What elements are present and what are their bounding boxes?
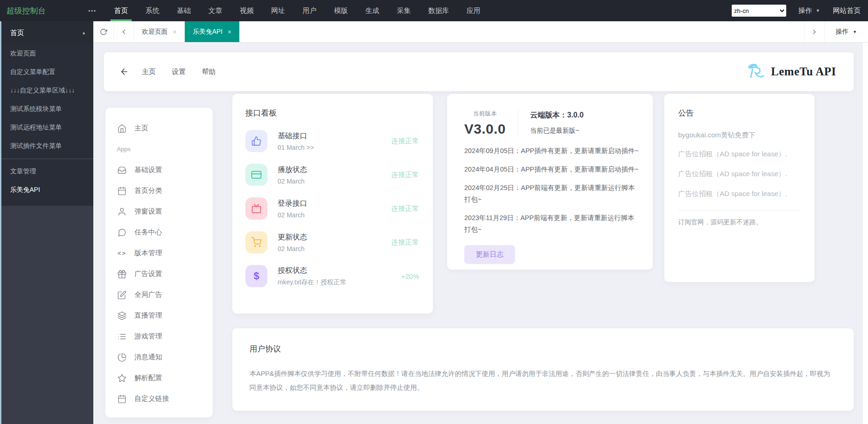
changelog-button[interactable]: 更新日志 xyxy=(464,245,515,264)
sidebar-item-lemetu-api[interactable]: 乐美兔API xyxy=(0,181,93,199)
dashboard-row-basic-api[interactable]: 基础接口 01 March >> 连接正常 xyxy=(245,130,419,152)
inner-menu-item-version-management[interactable]: <> 版本管理 xyxy=(105,243,212,264)
star-icon xyxy=(117,374,127,383)
tabs-scroll-left-button[interactable] xyxy=(114,21,134,42)
gift-icon xyxy=(117,270,127,279)
close-icon[interactable]: × xyxy=(173,28,176,36)
dashboard-row-login-api[interactable]: 登录接口 02 March 连接正常 xyxy=(245,197,419,220)
dashboard-row-title: 基础接口 xyxy=(278,131,314,141)
sidebar-item-custom-menu-area[interactable]: ↓↓↓自定义菜单区域↓↓↓ xyxy=(0,81,93,100)
chevron-left-icon xyxy=(120,28,127,36)
sidebar-divider xyxy=(0,159,93,159)
tab-welcome-page[interactable]: 欢迎页面 × xyxy=(134,21,185,42)
calendar-icon xyxy=(117,186,127,196)
close-icon[interactable]: × xyxy=(228,28,231,36)
nav-action-dropdown[interactable]: 操作 ▼ xyxy=(798,6,820,15)
more-icon[interactable]: ••• xyxy=(79,8,105,13)
inner-menu-label: 弹窗设置 xyxy=(134,207,162,216)
dashboard-row-update-status[interactable]: 更新状态 02 March 连接正常 xyxy=(245,231,419,253)
header-link-home[interactable]: 主页 xyxy=(142,68,156,76)
tab-lemetu-api[interactable]: 乐美兔API × xyxy=(185,21,240,42)
tab-bar: 欢迎页面 × 乐美兔API × 操作 ▼ xyxy=(93,21,868,43)
nav-item-user[interactable]: 用户 xyxy=(294,0,325,21)
sidebar-group-article[interactable]: 文章管理 xyxy=(0,162,93,181)
sidebar-item-welcome[interactable]: 欢迎页面 xyxy=(0,44,93,63)
inner-menu-label: 游戏管理 xyxy=(134,332,162,341)
calendar-icon xyxy=(117,394,127,404)
content-area: 主页 设置 帮助 LemeTu API 主页 Apps xyxy=(93,43,863,424)
page-scrollbar[interactable] xyxy=(863,43,868,424)
tab-bar-right: 操作 ▼ xyxy=(804,21,868,42)
current-version-label: 当前版本 xyxy=(464,110,506,118)
sidebar-scrollbar[interactable] xyxy=(0,21,1,424)
nav-item-home[interactable]: 首页 xyxy=(105,0,137,21)
nav-item-app[interactable]: 应用 xyxy=(458,0,489,21)
edit-icon xyxy=(117,290,127,300)
dashboard-row-play-status[interactable]: 播放状态 02 March 连接正常 xyxy=(245,164,419,186)
cloud-version-note: 当前已是最新版~ xyxy=(530,127,584,135)
nav-item-database[interactable]: 数据库 xyxy=(419,0,458,21)
dashboard-row-title: 播放状态 xyxy=(278,165,307,175)
main-nav: 首页 系统 基础 文章 视频 网址 用户 模版 生成 采集 数据库 应用 xyxy=(105,0,489,21)
language-select[interactable]: zh-cn xyxy=(732,5,786,17)
inner-menu-item-parse-config[interactable]: 解析配置 xyxy=(105,368,212,388)
inner-menu-item-home[interactable]: 主页 xyxy=(105,118,212,139)
status-badge: +20% xyxy=(401,272,419,280)
collapse-arrow-icon[interactable]: ▲ xyxy=(82,31,86,35)
dashboard-row-license-status[interactable]: $ 授权状态 mkey.txt存在！授权正常 +20% xyxy=(245,265,419,287)
sidebar-item-test-system-module[interactable]: 测试系统模块菜单 xyxy=(0,100,93,118)
update-log-line: 2024年02月25日：APP前端有更新，更新请重新运行脚本打包~ xyxy=(464,182,639,205)
inner-menu-item-home-category[interactable]: 首页分类 xyxy=(105,180,212,201)
refresh-button[interactable] xyxy=(93,21,114,42)
page-header-bar: 主页 设置 帮助 LemeTu API xyxy=(104,52,854,91)
nav-item-system[interactable]: 系统 xyxy=(137,0,168,21)
header-link-settings[interactable]: 设置 xyxy=(172,68,186,76)
back-button[interactable] xyxy=(120,67,129,76)
nav-item-generate[interactable]: 生成 xyxy=(357,0,388,21)
inner-menu-item-live-management[interactable]: 直播管理 xyxy=(105,305,212,326)
nav-item-basic[interactable]: 基础 xyxy=(168,0,200,21)
sidebar-item-custom-menu-config[interactable]: 自定义菜单配置 xyxy=(0,63,93,81)
inner-menu-item-message-notify[interactable]: 消息通知 xyxy=(105,347,212,368)
sidebar-item-test-plugin-file[interactable]: 测试插件文件菜单 xyxy=(0,137,93,155)
header-link-help[interactable]: 帮助 xyxy=(202,68,216,76)
announcement-divider xyxy=(678,210,801,210)
inner-menu-label: 基础设置 xyxy=(134,166,162,174)
tabs-scroll-right-button[interactable] xyxy=(804,21,825,42)
tab-action-dropdown[interactable]: 操作 ▼ xyxy=(825,21,868,42)
nav-item-video[interactable]: 视频 xyxy=(231,0,262,21)
nav-item-collect[interactable]: 采集 xyxy=(388,0,419,21)
nav-item-url[interactable]: 网址 xyxy=(262,0,294,21)
user-agreement-card: 用户协议 本APP&插件脚本仅供学习使用，不附带任何数据！请在当地法律允许的情况… xyxy=(232,328,854,411)
dashboard-row-subtitle: 02 March xyxy=(278,211,307,219)
update-log-list: 2024年09月05日：APP插件有更新，更新请重新启动插件~ 2024年04月… xyxy=(464,145,639,235)
current-version-value: V3.0.0 xyxy=(464,121,506,137)
inner-menu-item-basic-settings[interactable]: 基础设置 xyxy=(105,160,212,180)
user-icon xyxy=(117,207,127,216)
sidebar-header-home[interactable]: 首页 ▲ xyxy=(0,21,93,44)
inner-menu-item-ad-settings[interactable]: 广告设置 xyxy=(105,264,212,284)
agreement-title: 用户协议 xyxy=(249,344,834,354)
logo-text: LemeTu API xyxy=(771,65,836,78)
inner-menu-section-apps: Apps xyxy=(105,139,212,160)
inner-menu-item-custom-link[interactable]: 自定义链接 xyxy=(105,388,212,409)
app-brand[interactable]: 超级控制台 xyxy=(0,6,79,16)
inner-menu-item-task-center[interactable]: 任务中心 xyxy=(105,222,212,243)
site-home-link[interactable]: 网站首页 xyxy=(833,6,861,15)
sidebar-item-test-remote-address[interactable]: 测试远程地址菜单 xyxy=(0,118,93,137)
status-badge: 连接正常 xyxy=(391,137,419,146)
credit-card-icon xyxy=(245,164,267,186)
status-badge: 连接正常 xyxy=(391,171,419,179)
inner-menu-label: 任务中心 xyxy=(134,228,162,237)
thumbs-up-icon xyxy=(245,130,267,152)
inner-menu-item-popup-settings[interactable]: 弹窗设置 xyxy=(105,201,212,222)
announcement-card: 公告 bygoukai.com黄钻免费下 广告位招租（AD space for … xyxy=(664,94,814,282)
top-navbar: 超级控制台 ••• 首页 系统 基础 文章 视频 网址 用户 模版 生成 采集 … xyxy=(0,0,868,21)
nav-item-article[interactable]: 文章 xyxy=(200,0,231,21)
nav-action-label: 操作 xyxy=(798,6,812,15)
layers-icon xyxy=(117,311,127,320)
navbar-right: zh-cn 操作 ▼ 网站首页 xyxy=(732,5,868,17)
nav-item-template[interactable]: 模版 xyxy=(325,0,357,21)
inner-menu-item-game-management[interactable]: 游戏管理 xyxy=(105,326,212,347)
inner-menu-item-global-ads[interactable]: 全局广告 xyxy=(105,284,212,305)
